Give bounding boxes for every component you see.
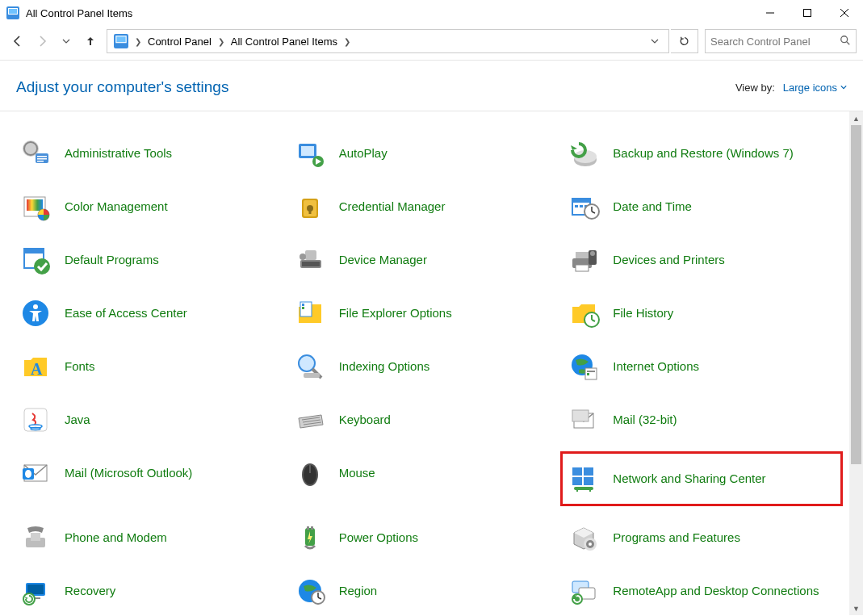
svg-point-40 — [34, 258, 50, 274]
control-panel-icon — [114, 34, 128, 48]
file-explorer-options-icon — [294, 297, 326, 329]
refresh-button[interactable] — [671, 29, 698, 53]
cp-item-device-manager[interactable]: Device Manager — [291, 242, 565, 278]
view-by-label: View by: — [735, 82, 775, 94]
recent-locations-dropdown[interactable] — [55, 30, 78, 52]
cp-item-keyboard[interactable]: Keyboard — [291, 402, 565, 438]
administrative-tools-icon — [19, 137, 52, 170]
backup-restore-icon — [568, 137, 600, 170]
cp-item-administrative-tools[interactable]: Administrative Tools — [16, 136, 291, 171]
content-area: Adjust your computer's settings View by:… — [0, 60, 863, 616]
cp-item-label: Mail (Microsoft Outlook) — [65, 465, 192, 481]
svg-rect-61 — [304, 373, 320, 378]
scroll-thumb[interactable] — [851, 125, 861, 464]
address-dropdown[interactable] — [644, 36, 665, 48]
scroll-down-arrow[interactable]: ▼ — [849, 601, 863, 615]
cp-item-date-and-time[interactable]: Date and Time — [564, 189, 839, 224]
cp-item-mail-32bit[interactable]: Mail (32-bit) — [564, 402, 839, 438]
svg-rect-18 — [301, 146, 314, 156]
breadcrumb-control-panel[interactable]: Control Panel — [145, 36, 215, 48]
devices-printers-icon — [568, 244, 600, 276]
page-title: Adjust your computer's settings — [16, 78, 228, 96]
file-history-icon — [568, 297, 600, 329]
items-grid: Administrative Tools AutoPlay Backup and… — [0, 111, 863, 615]
cp-item-network-sharing-center[interactable]: Network and Sharing Center — [564, 455, 839, 502]
cp-item-label: Programs and Features — [613, 530, 740, 546]
svg-point-10 — [841, 36, 848, 42]
cp-item-internet-options[interactable]: Internet Options — [564, 349, 839, 384]
titlebar: All Control Panel Items — [0, 0, 863, 26]
cp-item-label: Default Programs — [65, 252, 159, 268]
svg-rect-14 — [37, 156, 47, 157]
fonts-icon: A — [19, 350, 52, 383]
cp-item-label: Power Options — [339, 530, 418, 546]
cp-item-ease-of-access[interactable]: Ease of Access Center — [16, 295, 291, 331]
cp-item-backup-restore[interactable]: Backup and Restore (Windows 7) — [564, 136, 839, 171]
cp-item-region[interactable]: Region — [291, 573, 565, 609]
cp-item-phone-modem[interactable]: Phone and Modem — [16, 520, 291, 555]
cp-item-devices-printers[interactable]: Devices and Printers — [564, 242, 839, 278]
cp-item-label: RemoteApp and Desktop Connections — [613, 583, 819, 599]
chevron-right-icon[interactable]: ❯ — [215, 37, 228, 46]
svg-rect-91 — [311, 526, 313, 530]
svg-point-51 — [33, 304, 38, 309]
remoteapp-icon — [568, 575, 600, 607]
keyboard-icon — [294, 404, 326, 436]
chevron-right-icon[interactable]: ❯ — [341, 37, 354, 46]
cp-item-mail-outlook[interactable]: Mail (Microsoft Outlook) — [16, 455, 291, 491]
cp-item-color-management[interactable]: Color Management — [16, 189, 291, 224]
network-sharing-icon — [568, 463, 600, 495]
view-by-dropdown[interactable]: Large icons — [783, 82, 847, 94]
cp-item-credential-manager[interactable]: Credential Manager — [291, 189, 565, 224]
nav-toolbar: ❯ Control Panel ❯ All Control Panel Item… — [0, 26, 863, 57]
default-programs-icon — [19, 244, 52, 276]
search-icon — [840, 35, 851, 48]
cp-item-autoplay[interactable]: AutoPlay — [291, 136, 565, 171]
chevron-down-icon — [840, 84, 847, 90]
cp-item-label: Java — [65, 412, 90, 428]
cp-item-fonts[interactable]: A Fonts — [16, 349, 291, 384]
svg-rect-31 — [572, 199, 590, 203]
svg-rect-39 — [24, 249, 44, 254]
cp-item-programs-features[interactable]: Programs and Features — [564, 520, 839, 555]
cp-item-label: Mouse — [339, 465, 375, 481]
cp-item-java[interactable]: Java — [16, 402, 291, 438]
cp-item-recovery[interactable]: Recovery — [16, 573, 291, 609]
scroll-up-arrow[interactable]: ▲ — [849, 111, 863, 125]
vertical-scrollbar[interactable]: ▲ ▼ — [849, 111, 863, 615]
close-button[interactable] — [826, 0, 863, 26]
cp-item-label: Network and Sharing Center — [613, 471, 765, 487]
cp-item-label: Phone and Modem — [65, 530, 167, 546]
cp-item-mouse[interactable]: Mouse — [291, 455, 565, 491]
svg-rect-15 — [37, 158, 47, 160]
minimize-button[interactable] — [752, 0, 789, 26]
maximize-button[interactable] — [789, 0, 826, 26]
cp-item-label: Fonts — [65, 358, 95, 375]
cp-item-default-programs[interactable]: Default Programs — [16, 242, 291, 278]
search-input[interactable]: Search Control Panel — [705, 29, 857, 53]
svg-rect-83 — [584, 477, 593, 485]
java-icon — [19, 404, 52, 436]
cp-item-label: Region — [339, 583, 378, 599]
chevron-right-icon[interactable]: ❯ — [132, 37, 145, 46]
breadcrumb-all-items[interactable]: All Control Panel Items — [228, 36, 341, 48]
svg-line-11 — [847, 41, 850, 44]
svg-rect-43 — [302, 262, 320, 266]
cp-item-file-history[interactable]: File History — [564, 295, 839, 331]
cp-item-remoteapp[interactable]: RemoteApp and Desktop Connections — [564, 573, 839, 609]
cp-item-file-explorer-options[interactable]: File Explorer Options — [291, 295, 565, 331]
address-bar[interactable]: ❯ Control Panel ❯ All Control Panel Item… — [107, 29, 669, 53]
cp-item-label: Color Management — [65, 199, 168, 215]
forward-button[interactable] — [31, 30, 53, 52]
ease-of-access-icon — [19, 297, 52, 329]
svg-point-76 — [25, 470, 31, 478]
cp-item-indexing-options[interactable]: Indexing Options — [291, 349, 565, 384]
svg-rect-90 — [307, 526, 309, 530]
window-title: All Control Panel Items — [26, 7, 752, 19]
back-button[interactable] — [6, 30, 29, 52]
svg-point-44 — [300, 254, 306, 260]
cp-item-power-options[interactable]: Power Options — [291, 520, 565, 555]
svg-rect-29 — [308, 208, 311, 214]
up-button[interactable] — [79, 30, 102, 52]
recovery-icon — [19, 575, 52, 607]
